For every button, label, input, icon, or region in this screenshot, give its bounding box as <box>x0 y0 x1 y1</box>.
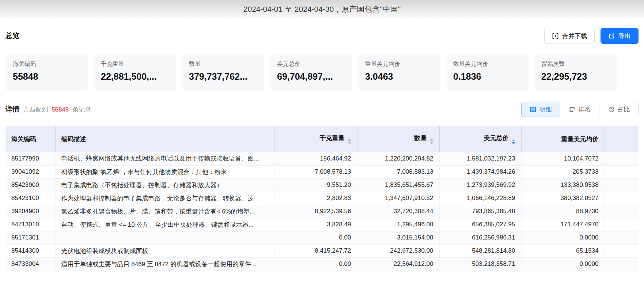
tab-proportion-label: 占比 <box>618 105 630 114</box>
hs-code-cell: 85177990 <box>5 152 55 165</box>
table-row[interactable]: 851713010.003,015,154.00616,256,986.310.… <box>5 231 639 244</box>
description-cell: 初级形状的聚“氯乙烯”，未与任何其他物质混合：其他：粉末 <box>55 165 274 178</box>
date-filter-text: 2024-04-01 至 2024-04-30，原产国包含"中国" <box>243 4 401 14</box>
stat-card: 数量美元均价0.1836 <box>446 54 529 91</box>
table-row[interactable]: 85423900电子集成电路（不包括处理器、控制器、存储器和放大器）9,551.… <box>5 178 639 192</box>
tab-proportion[interactable]: 占比 <box>599 102 639 117</box>
stat-card: 千克重量22,881,500,... <box>94 54 176 91</box>
empty-cell <box>605 218 639 231</box>
table-row[interactable]: 85177990电话机、蜂窝网络或其他无线网络的电话以及用于传输或接收语音、图.… <box>5 152 639 165</box>
description-cell: 电话机、蜂窝网络或其他无线网络的电话以及用于传输或接收语音、图... <box>55 152 274 165</box>
table-row[interactable]: 84733004适用于单独或主要与品目 8469 至 8472 的机器或设备一起… <box>5 257 639 271</box>
empty-cell <box>605 244 639 257</box>
kg-weight-cell: 0.00 <box>274 231 357 244</box>
stat-card-value: 3.0463 <box>365 71 433 82</box>
table-row[interactable]: 39041092初级形状的聚“氯乙烯”，未与任何其他物质混合：其他：粉末7,00… <box>5 165 639 178</box>
pie-icon <box>608 106 615 113</box>
kg-weight-cell: 8,922,539.56 <box>274 205 357 218</box>
usd-total-cell: 616,256,986.31 <box>439 231 521 244</box>
table-row[interactable]: 85414300光伏电池组装成模块或制成面板8,415,247.72242,67… <box>5 244 639 257</box>
overview-title: 总览 <box>5 31 19 41</box>
col-header-usd-total[interactable]: 美元总价 <box>439 126 521 152</box>
quantity-cell: 1,220,200,294.82 <box>357 152 439 165</box>
avg-usd-per-kg-cell: 10,104.7072 <box>521 152 605 165</box>
stat-card-label: 千克重量 <box>101 60 169 68</box>
avg-usd-per-kg-cell: 65.1534 <box>521 244 605 257</box>
ranking-icon <box>569 106 576 113</box>
usd-total-cell: 1,273,939,569.92 <box>439 178 521 192</box>
kg-weight-cell: 0.00 <box>274 257 357 271</box>
details-header: 详情 共匹配到 55848 条记录 明细 <box>5 102 639 117</box>
stat-card: 海关编码55848 <box>5 54 88 91</box>
empty-cell <box>605 178 639 192</box>
stat-cards: 海关编码55848千克重量22,881,500,...数量379,737,762… <box>5 54 639 91</box>
usd-total-cell: 548,281,814.80 <box>439 244 521 257</box>
avg-usd-per-kg-cell: 380,382.0527 <box>521 192 605 205</box>
stat-card-label: 贸易次数 <box>541 60 609 68</box>
quantity-cell: 3,015,154.00 <box>357 231 439 244</box>
kg-weight-cell: 9,551.20 <box>274 178 357 192</box>
quantity-cell: 1,347,607,910.52 <box>357 192 439 205</box>
stat-card-value: 22,881,500,... <box>101 71 169 82</box>
stat-card: 数量379,737,762... <box>182 54 264 91</box>
sort-icon[interactable] <box>430 139 433 144</box>
table-row[interactable]: 84713010自动、便携式、重量 <= 10 公斤、至少由中央处理器、键盘和显… <box>5 218 639 231</box>
sort-icon[interactable] <box>512 139 515 144</box>
col-header-avg-usd-per-kg: 重量美元均价 <box>521 126 605 152</box>
match-suffix: 条记录 <box>72 105 91 114</box>
description-cell: 电子集成电路（不包括处理器、控制器、存储器和放大器） <box>55 178 274 192</box>
col-header-description: 编码描述 <box>55 126 274 152</box>
hs-code-cell: 39041092 <box>5 165 55 178</box>
kg-weight-cell: 7,008,578.13 <box>274 165 357 178</box>
empty-cell <box>605 231 639 244</box>
overview-actions: 合并下载 导出 <box>544 28 639 44</box>
table-row[interactable]: 39204900氯乙烯非多孔聚合物板、片、膜、箔和带，按重量计含有< 6%的增塑… <box>5 205 639 218</box>
quantity-cell: 32,720,308.44 <box>357 205 439 218</box>
tab-detail[interactable]: 明细 <box>521 102 560 117</box>
details-title: 详情 <box>5 105 19 114</box>
merge-download-label: 合并下载 <box>562 32 587 40</box>
tab-ranking-label: 排名 <box>579 105 591 114</box>
description-cell: 氯乙烯非多孔聚合物板、片、膜、箔和带，按重量计含有< 6%的增塑... <box>55 205 274 218</box>
col-header-quantity[interactable]: 数量 <box>357 126 439 152</box>
empty-cell <box>605 257 639 271</box>
tab-ranking[interactable]: 排名 <box>560 102 599 117</box>
hs-code-cell: 84733004 <box>5 257 55 271</box>
stat-card-label: 海关编码 <box>13 60 81 68</box>
stat-card-value: 22,295,723 <box>541 71 609 82</box>
table-row[interactable]: 85423100作为处理器和控制器的电子集成电路，无论是否与存储器、转换器、逻.… <box>5 192 639 205</box>
empty-cell <box>605 205 639 218</box>
avg-usd-per-kg-cell: 0.0000 <box>521 231 605 244</box>
description-cell: 自动、便携式、重量 <= 10 公斤、至少由中央处理器、键盘和显示器... <box>55 218 274 231</box>
stat-card-label: 重量美元均价 <box>365 60 433 68</box>
avg-usd-per-kg-cell: 0.0000 <box>521 257 605 271</box>
sort-icon[interactable] <box>348 139 351 144</box>
export-label: 导出 <box>618 32 631 40</box>
usd-total-cell: 1,581,032,197.23 <box>439 152 521 165</box>
export-icon <box>608 33 615 39</box>
quantity-cell: 22,564,912.00 <box>357 257 439 271</box>
empty-cell <box>605 192 639 205</box>
stat-card-label: 数量 <box>189 60 257 68</box>
col-header-kg-weight[interactable]: 千克重量 <box>274 126 357 152</box>
hs-code-cell: 85423100 <box>5 192 55 205</box>
stat-card-value: 0.1836 <box>453 71 521 82</box>
kg-weight-cell: 156,464.92 <box>274 152 357 165</box>
empty-cell <box>605 165 639 178</box>
avg-usd-per-kg-cell: 133,380.0538 <box>521 178 605 192</box>
stat-card-value: 69,704,897,... <box>277 71 345 82</box>
usd-total-cell: 503,218,358.71 <box>439 257 521 271</box>
stat-card-label: 美元总价 <box>277 60 345 68</box>
stat-card: 贸易次数22,295,723 <box>534 54 617 91</box>
description-cell <box>55 231 274 244</box>
export-button[interactable]: 导出 <box>601 28 639 44</box>
hs-code-cell: 85171301 <box>5 231 55 244</box>
kg-weight-cell: 8,415,247.72 <box>274 244 357 257</box>
description-cell: 光伏电池组装成模块或制成面板 <box>55 244 274 257</box>
table-icon <box>530 106 537 113</box>
merge-download-button[interactable]: 合并下载 <box>544 28 595 44</box>
hs-code-cell: 84713010 <box>5 218 55 231</box>
quantity-cell: 1,835,651,455.67 <box>357 178 439 192</box>
usd-total-cell: 1,439,374,984.26 <box>439 165 521 178</box>
description-cell: 适用于单独或主要与品目 8469 至 8472 的机器或设备一起使用的零件... <box>55 257 274 271</box>
